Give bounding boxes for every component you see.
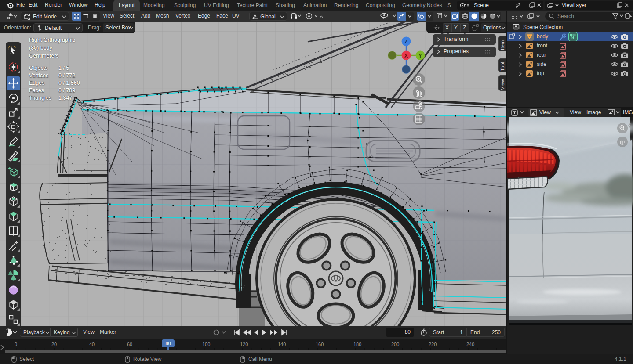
svg-text:Z: Z xyxy=(404,39,407,45)
svg-text:X: X xyxy=(404,53,408,59)
svg-text:Y: Y xyxy=(418,53,422,59)
